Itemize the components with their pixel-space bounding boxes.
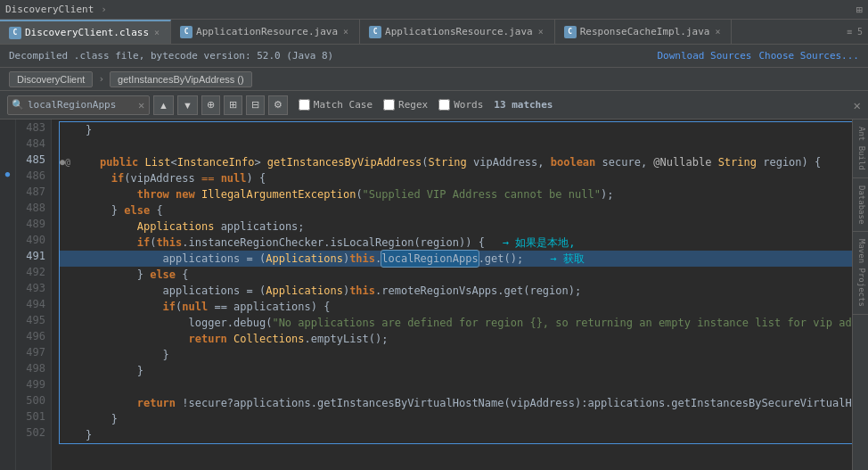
code-line-490: if(this.instanceRegionChecker.isLocalReg… xyxy=(60,235,852,251)
words-text: Words xyxy=(454,99,483,111)
line-num-485: 485 xyxy=(21,152,45,168)
code-line-495: logger.debug("No applications are define… xyxy=(60,315,852,331)
code-line-493: applications = (Applications)this.remote… xyxy=(60,283,852,299)
search-icon: 🔍 xyxy=(12,99,24,111)
info-bar: Decompiled .class file, bytecode version… xyxy=(0,45,868,68)
line-num-487: 487 xyxy=(21,184,45,200)
breadcrumb-separator: › xyxy=(98,73,104,85)
breadcrumb-class-btn[interactable]: DiscoveryClient xyxy=(9,71,93,87)
top-bar: DiscoveryClient › ⊞ xyxy=(0,0,868,20)
match-case-label[interactable]: Match Case xyxy=(299,99,373,111)
arrow1-annotation: → 如果是本地, xyxy=(503,235,576,251)
line-num-498: 498 xyxy=(21,360,45,376)
editor-area: ● 483 484 485 486 487 488 489 490 491 49… xyxy=(0,120,868,470)
ant-build-tab[interactable]: Ant Build xyxy=(853,120,868,178)
top-bar-arrow: › xyxy=(101,4,107,15)
code-line-499 xyxy=(60,379,852,395)
code-line-485: ●@ public List<InstanceInfo> getInstance… xyxy=(60,154,852,170)
choose-sources-link[interactable]: Choose Sources... xyxy=(758,50,859,62)
code-line-500: return !secure?applications.getInstances… xyxy=(60,395,852,411)
line-num-500: 500 xyxy=(21,392,45,408)
arrow2-annotation: → 获取 xyxy=(550,251,584,267)
database-tab[interactable]: Database xyxy=(853,178,868,232)
words-checkbox[interactable] xyxy=(438,99,450,111)
search-clear-button[interactable]: ✕ xyxy=(138,99,144,111)
regex-label[interactable]: Regex xyxy=(383,99,428,111)
line-num-497: 497 xyxy=(21,344,45,360)
line-num-490: 490 xyxy=(21,232,45,248)
match-case-checkbox[interactable] xyxy=(299,99,310,111)
search-settings-button[interactable]: ⚙ xyxy=(268,95,288,115)
line-numbers: 483 484 485 486 487 488 489 490 491 492 … xyxy=(16,120,52,470)
line-num-492: 492 xyxy=(21,264,45,280)
search-input-wrap: 🔍 ✕ xyxy=(7,95,150,115)
tab-application-resource[interactable]: C ApplicationResource.java × xyxy=(171,20,360,44)
code-line-489: Applications applications; xyxy=(60,219,852,235)
tab-applications-resource[interactable]: C ApplicationsResource.java × xyxy=(360,20,555,44)
line-num-491: 491 xyxy=(21,248,45,264)
matches-count: 13 matches xyxy=(494,99,553,111)
code-line-487: throw new IllegalArgumentException("Supp… xyxy=(60,186,852,202)
tab-apps-resource-icon: C xyxy=(369,26,381,38)
code-line-486: if(vipAddress == null) { xyxy=(60,170,852,186)
breadcrumb-bar: DiscoveryClient › getInstancesByVipAddre… xyxy=(0,68,868,91)
tab-applications-resource-label: ApplicationsResource.java xyxy=(385,26,533,37)
code-line-502: } xyxy=(60,427,852,443)
right-panels: Ant Build Database Maven Projects xyxy=(852,120,868,470)
line-num-501: 501 xyxy=(21,408,45,425)
code-view[interactable]: 483 484 485 486 487 488 489 490 491 492 … xyxy=(16,120,852,470)
line-num-483: 483 xyxy=(21,120,45,136)
gutter-icon: ● xyxy=(5,169,10,178)
search-find-button[interactable]: ⊕ xyxy=(201,95,220,115)
download-sources-link[interactable]: Download Sources xyxy=(657,50,751,62)
app-title: DiscoveryClient xyxy=(5,4,94,15)
search-close-button[interactable]: ✕ xyxy=(854,98,861,112)
tab-application-resource-label: ApplicationResource.java xyxy=(196,26,338,37)
tab-discovery-client-close[interactable]: × xyxy=(152,27,161,38)
code-line-484 xyxy=(60,138,852,154)
line-num-496: 496 xyxy=(21,328,45,344)
code-line-488: } else { xyxy=(60,202,852,219)
tab-discovery-client[interactable]: C DiscoveryClient.class × xyxy=(0,20,171,44)
search-input[interactable] xyxy=(28,99,135,111)
code-line-496: return Collections.emptyList(); xyxy=(60,331,852,347)
search-next-button[interactable]: ▼ xyxy=(177,95,198,115)
regex-checkbox[interactable] xyxy=(383,99,395,111)
code-content: } ●@ public List<InstanceInfo> getInstan… xyxy=(52,120,852,470)
search-replace-button[interactable]: ⊞ xyxy=(224,95,242,115)
match-case-text: Match Case xyxy=(314,99,373,111)
tabs-overflow[interactable]: ≡ 5 xyxy=(847,20,868,44)
tab-discovery-client-label: DiscoveryClient.class xyxy=(25,27,149,38)
tab-applications-resource-close[interactable]: × xyxy=(536,26,545,37)
tab-application-resource-close[interactable]: × xyxy=(341,26,350,37)
side-gutter: ● xyxy=(0,120,16,470)
top-right-icons: ⊞ xyxy=(856,4,863,16)
words-label[interactable]: Words xyxy=(438,99,483,111)
line-num-489: 489 xyxy=(21,216,45,232)
line-num-493: 493 xyxy=(21,280,45,296)
maven-projects-tab[interactable]: Maven Projects xyxy=(853,232,868,315)
line-num-484: 484 xyxy=(21,136,45,152)
tabs-row: C DiscoveryClient.class × C ApplicationR… xyxy=(0,20,868,45)
grid-icon[interactable]: ⊞ xyxy=(856,4,863,16)
line-num-502: 502 xyxy=(21,425,45,441)
tab-response-cache-label: ResponseCacheImpl.java xyxy=(580,26,710,37)
decompiled-info: Decompiled .class file, bytecode version… xyxy=(9,50,650,62)
code-line-501: } xyxy=(60,411,852,427)
tab-app-resource-icon: C xyxy=(180,26,192,38)
line-num-488: 488 xyxy=(21,200,45,216)
tab-response-cache-close[interactable]: × xyxy=(713,26,722,37)
search-replace-all-button[interactable]: ⊟ xyxy=(246,95,265,115)
line-num-499: 499 xyxy=(21,376,45,392)
tab-response-cache-icon: C xyxy=(564,26,577,38)
search-prev-button[interactable]: ▲ xyxy=(153,95,174,115)
line-num-494: 494 xyxy=(21,296,45,312)
code-line-497: } xyxy=(60,347,852,363)
tab-class-icon: C xyxy=(9,27,21,39)
breadcrumb-method-btn[interactable]: getInstancesByVipAddress () xyxy=(110,71,252,87)
line-num-486: 486 xyxy=(21,168,45,184)
line-num-495: 495 xyxy=(21,312,45,328)
code-line-498: } xyxy=(60,363,852,379)
tab-response-cache[interactable]: C ResponseCacheImpl.java × xyxy=(555,20,733,44)
search-bar: 🔍 ✕ ▲ ▼ ⊕ ⊞ ⊟ ⚙ Match Case Regex Words 1… xyxy=(0,91,868,120)
